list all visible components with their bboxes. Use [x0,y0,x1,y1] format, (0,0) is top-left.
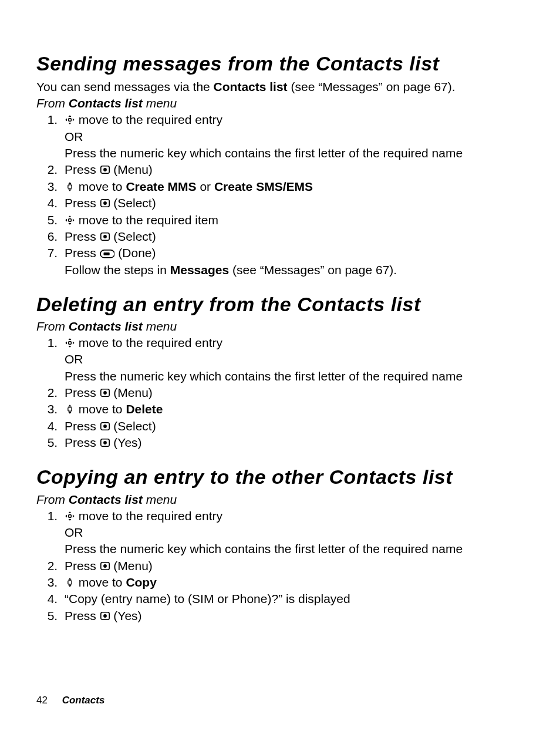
list-item: move to Create MMS or Create SMS/EMS [61,178,524,195]
text: Press the numeric key which contains the… [65,369,463,383]
text-bold: Contacts list [69,96,143,110]
text: move to [75,575,126,589]
center-key-icon [100,163,110,173]
footer-section-label: Contacts [62,695,105,706]
nav-4way-icon [65,509,75,520]
text-bold: Create SMS/EMS [214,180,313,193]
list-item: Press (Yes) [61,434,524,451]
page-footer: 42 Contacts [36,695,104,706]
text: From [36,493,69,506]
text: OR [65,130,83,143]
list-item: Press (Menu) [61,161,524,178]
text: move to the required entry [75,509,222,523]
center-key-icon [100,436,110,446]
section-title-sending: Sending messages from the Contacts list [36,52,524,75]
steps-list-copying: move to the required entry OR Press the … [36,508,524,624]
text: menu [143,493,177,506]
text: (see “Messages” on page 67). [288,80,456,93]
text: “Copy (entry name) to (SIM or Phone)?” i… [65,592,350,605]
text: (Select) [110,419,156,433]
text: From [36,319,69,333]
subheading: From Contacts list menu [36,493,524,507]
text: menu [143,319,177,333]
text: OR [65,525,83,539]
section-title-copying: Copying an entry to the other Contacts l… [36,465,524,489]
intro-paragraph: You can send messages via the Contacts l… [36,79,524,95]
center-key-icon [100,609,110,619]
text: (Select) [110,230,156,243]
softkey-icon [100,246,115,257]
text: Press [65,559,100,572]
list-item: move to the required item [61,212,524,228]
text: Press [65,609,100,622]
nav-4way-icon [65,213,75,224]
text-bold: Messages [170,263,229,277]
text: Press [65,436,100,449]
text: You can send messages via the [36,80,214,93]
text: move to [75,402,126,416]
center-key-icon [100,196,110,207]
list-item: Press (Select) [61,228,524,245]
text-bold: Copy [126,575,157,589]
center-key-icon [100,419,110,430]
center-key-icon [100,386,110,396]
text: (Yes) [110,609,142,622]
list-item: Press (Yes) [61,608,524,624]
text: move to [75,180,126,193]
text: (Done) [115,246,156,260]
list-item: move to Delete [61,401,524,417]
list-item: Press (Select) [61,418,524,434]
text-bold: Contacts list [69,319,143,333]
steps-list-deleting: move to the required entry OR Press the … [36,335,524,451]
subheading: From Contacts list menu [36,96,524,110]
text: Press [65,386,100,399]
list-item: Press (Select) [61,195,524,211]
list-item: Press (Menu) [61,385,524,401]
text: (Yes) [110,436,142,449]
text: Press [65,419,100,433]
text-bold: Delete [126,402,163,416]
manual-page: Sending messages from the Contacts list … [0,0,560,731]
list-item: Press (Menu) [61,558,524,574]
text-bold: Contacts list [214,80,288,93]
nav-updown-icon [65,575,75,586]
steps-list-sending: move to the required entry OR Press the … [36,112,524,278]
list-item: move to the required entry OR Press the … [61,112,524,161]
list-item: move to the required entry OR Press the … [61,508,524,558]
list-item: move to the required entry OR Press the … [61,335,524,385]
text: Press [65,196,100,210]
page-number: 42 [36,695,48,706]
text: (see “Messages” on page 67). [229,263,397,277]
text: menu [143,96,177,110]
nav-4way-icon [65,336,75,346]
subheading: From Contacts list menu [36,319,524,334]
text-bold: Contacts list [69,493,143,506]
center-key-icon [100,230,110,240]
list-item: move to Copy [61,574,524,591]
text: (Menu) [110,163,153,176]
text: move to the required entry [75,113,222,126]
text: (Select) [110,196,156,210]
center-key-icon [100,559,110,570]
text: move to the required item [75,213,218,227]
text-bold: Create MMS [126,180,196,193]
text: Press [65,230,100,243]
text: Follow the steps in [65,263,170,277]
text: move to the required entry [75,336,222,349]
nav-4way-icon [65,113,75,123]
text: Press [65,246,100,260]
list-item: “Copy (entry name) to (SIM or Phone)?” i… [61,591,524,607]
nav-updown-icon [65,402,75,413]
text: OR [65,352,83,366]
text: or [197,180,214,193]
nav-updown-icon [65,180,75,190]
text: From [36,96,69,110]
text: (Menu) [110,559,153,572]
list-item: Press (Done) Follow the steps in Message… [61,245,524,278]
text: Press the numeric key which contains the… [65,542,463,555]
section-title-deleting: Deleting an entry from the Contacts list [36,292,524,316]
text: Press the numeric key which contains the… [65,146,463,160]
text: Press [65,163,100,176]
text: (Menu) [110,386,153,399]
